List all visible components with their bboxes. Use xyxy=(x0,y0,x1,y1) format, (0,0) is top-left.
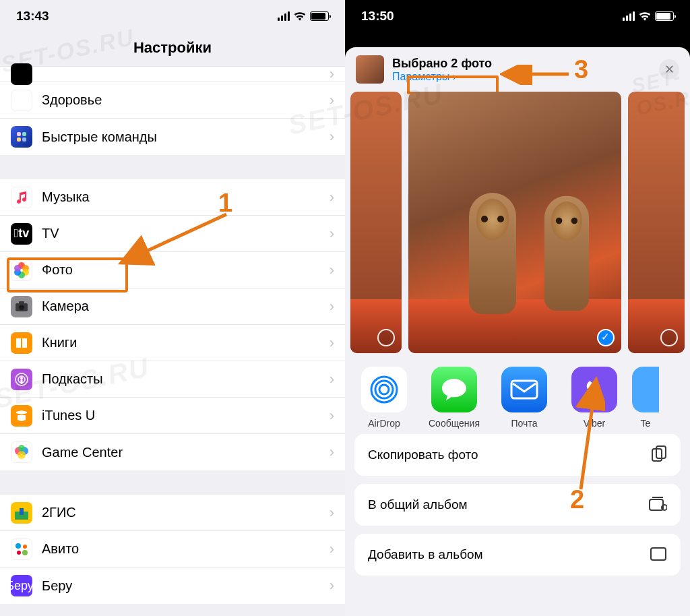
beru-icon: Беру! xyxy=(11,575,32,596)
select-circle-icon[interactable] xyxy=(660,329,678,346)
svg-point-19 xyxy=(18,451,26,459)
row-gamecenter[interactable]: Game Center › xyxy=(0,434,345,470)
tv-icon: tv xyxy=(11,223,32,245)
svg-point-20 xyxy=(18,445,25,452)
row-2gis[interactable]: 2ГИС › xyxy=(0,495,345,531)
row-itunesu[interactable]: iTunes U › xyxy=(0,398,345,434)
chevron-right-icon: › xyxy=(330,261,334,279)
2gis-icon xyxy=(11,502,32,524)
action-copy-photo[interactable]: Скопировать фото xyxy=(354,434,681,476)
svg-point-26 xyxy=(22,550,28,555)
app-partial-icon xyxy=(632,367,659,412)
settings-group-1: › ♥ Здоровье › Быстрые команды › xyxy=(0,66,345,155)
row-label: Здоровье xyxy=(42,92,330,108)
svg-point-27 xyxy=(379,385,389,394)
app-mail[interactable]: Почта xyxy=(492,367,557,429)
signal-icon xyxy=(278,11,290,21)
heart-icon: ♥ xyxy=(11,90,32,111)
select-circle-icon[interactable] xyxy=(377,329,395,346)
meerkat-icon xyxy=(469,193,516,314)
row-camera[interactable]: Камера › xyxy=(0,288,345,325)
close-button[interactable]: ✕ xyxy=(659,59,679,80)
row-podcasts[interactable]: Подкасты › xyxy=(0,361,345,398)
photo-thumb[interactable] xyxy=(350,92,402,353)
chevron-right-icon: › xyxy=(453,71,456,82)
app-airdrop[interactable]: AirDrop xyxy=(352,367,416,429)
row-health[interactable]: ♥ Здоровье › xyxy=(0,82,345,119)
page-title: Настройки xyxy=(0,32,345,66)
action-add-to-album[interactable]: Добавить в альбом xyxy=(354,534,681,576)
svg-rect-12 xyxy=(19,301,24,304)
row-label: Книги xyxy=(42,335,330,350)
svg-point-28 xyxy=(375,381,393,398)
battery-icon xyxy=(310,11,329,21)
signal-icon xyxy=(623,11,635,21)
svg-rect-0 xyxy=(17,132,21,136)
row-label: Быстрые команды xyxy=(42,129,330,145)
selected-check-icon[interactable] xyxy=(597,329,615,346)
app-messages[interactable]: Сообщения xyxy=(422,367,487,429)
app-label: AirDrop xyxy=(352,418,416,429)
action-label: В общий альбом xyxy=(368,497,468,512)
row-books[interactable]: Книги › xyxy=(0,325,345,361)
chevron-right-icon: › xyxy=(330,371,334,388)
row-label: Фото xyxy=(42,262,330,278)
row-shortcuts[interactable]: Быстрые команды › xyxy=(0,119,345,155)
wifi-icon xyxy=(294,11,306,21)
svg-point-24 xyxy=(23,545,27,549)
options-link[interactable]: Параметры › xyxy=(392,71,492,83)
meerkat-icon xyxy=(544,196,590,311)
chevron-right-icon: › xyxy=(330,504,334,522)
status-right xyxy=(278,11,329,21)
camera-icon xyxy=(11,296,32,317)
status-right xyxy=(623,11,674,21)
chevron-right-icon: › xyxy=(330,334,334,352)
gamecenter-icon xyxy=(11,441,32,463)
svg-point-9 xyxy=(14,265,21,272)
app-label: Te xyxy=(632,418,659,429)
action-label: Добавить в альбом xyxy=(368,547,483,562)
svg-point-23 xyxy=(15,543,21,549)
selected-count: Выбрано 2 фото xyxy=(392,57,492,71)
row-beru[interactable]: Беру! Беру › xyxy=(0,567,345,604)
svg-rect-2 xyxy=(17,137,21,142)
svg-rect-16 xyxy=(21,379,23,384)
svg-rect-30 xyxy=(511,381,537,398)
action-shared-album[interactable]: В общий альбом xyxy=(354,484,681,526)
app-viber[interactable]: Viber xyxy=(562,367,627,429)
row-photos[interactable]: Фото › xyxy=(0,252,345,288)
row-label: Беру xyxy=(42,578,330,594)
row-partial-top[interactable]: › xyxy=(0,66,345,82)
chevron-right-icon: › xyxy=(330,92,334,109)
app-label: Почта xyxy=(492,418,557,429)
svg-rect-3 xyxy=(22,137,26,142)
share-actions: Скопировать фото В общий альбом Добавить… xyxy=(345,434,690,576)
status-bar: 13:43 xyxy=(0,0,345,32)
chevron-right-icon: › xyxy=(330,189,334,206)
settings-group-2: Музыка › tv TV › Фото › Камера › Книги xyxy=(0,179,345,470)
row-avito[interactable]: Авито › xyxy=(0,531,345,567)
thumbnail xyxy=(356,55,384,84)
share-apps[interactable]: AirDrop Сообщения Почта Viber Te xyxy=(345,364,690,434)
photo-thumb-selected[interactable] xyxy=(408,92,621,353)
chevron-right-icon: › xyxy=(330,298,334,315)
photo-strip[interactable] xyxy=(345,92,690,364)
chevron-right-icon: › xyxy=(330,128,334,146)
row-label: Музыка xyxy=(42,189,330,205)
wifi-icon xyxy=(639,11,651,21)
books-icon xyxy=(11,332,32,354)
row-tv[interactable]: tv TV › xyxy=(0,216,345,252)
row-label: Камера xyxy=(42,299,330,314)
share-header: Выбрано 2 фото Параметры › ✕ xyxy=(345,47,690,92)
svg-point-15 xyxy=(20,377,23,379)
chevron-right-icon: › xyxy=(330,443,334,461)
settings-group-3: 2ГИС › Авито › Беру! Беру › xyxy=(0,495,345,604)
row-label: iTunes U xyxy=(42,408,330,423)
photo-thumb[interactable] xyxy=(628,92,685,353)
share-sheet: Выбрано 2 фото Параметры › ✕ xyxy=(345,47,690,616)
app-more[interactable]: Te xyxy=(632,367,659,429)
viber-icon xyxy=(571,367,617,412)
row-music[interactable]: Музыка › xyxy=(0,179,345,216)
share-sheet-screen: 13:50 Выбрано 2 фото Параметры › ✕ xyxy=(345,0,690,616)
chevron-right-icon: › xyxy=(330,541,334,558)
